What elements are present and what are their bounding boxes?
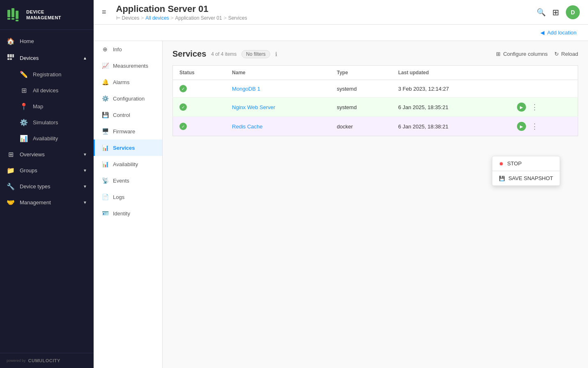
device-nav-info[interactable]: ⊕ Info [94, 41, 162, 57]
overviews-icon: ⊞ [7, 151, 15, 158]
device-nav-availability[interactable]: 📊 Availability [94, 156, 162, 172]
sidebar-item-label: Device types [20, 183, 50, 190]
status-indicator: ✓ [179, 103, 187, 111]
svg-rect-3 [11, 18, 14, 20]
col-actions [510, 66, 578, 80]
sidebar-item-label: Groups [20, 167, 37, 174]
more-options-button-redis[interactable]: ⋮ [529, 122, 540, 131]
map-icon: 📍 [20, 103, 28, 110]
sidebar-item-overviews[interactable]: ⊞ Overviews ▼ [0, 146, 94, 162]
play-button-redis[interactable]: ▶ [517, 122, 526, 131]
sidebar-item-devices[interactable]: Devices ▲ [0, 49, 94, 66]
device-nav-identity[interactable]: 🪪 Identity [94, 205, 162, 222]
services-count: 4 of 4 items [211, 51, 237, 57]
service-link-redis[interactable]: Redis Cache [232, 123, 262, 130]
services-icon: 📊 [101, 144, 109, 151]
device-nav-label: Events [113, 178, 129, 184]
logo-text: DEVICEMANAGEMENT [26, 9, 61, 21]
sidebar-item-registration[interactable]: ✏️ Registration [0, 66, 94, 82]
device-nav-control[interactable]: 💾 Control [94, 107, 162, 123]
table-row: ✓ Redis Cache docker 6 Jan 2025, 18:38:2… [173, 117, 578, 136]
registration-icon: ✏️ [20, 71, 28, 78]
svg-rect-2 [11, 8, 14, 17]
configure-columns-label: Configure columns [503, 51, 547, 57]
firmware-icon: 🖥️ [101, 128, 109, 135]
sidebar-item-all-devices[interactable]: ⊞ All devices [0, 82, 94, 98]
chevron-down-icon: ▼ [83, 168, 87, 173]
apps-grid-icon[interactable]: ⊞ [552, 7, 559, 17]
reload-button[interactable]: ↻ Reload [554, 51, 578, 57]
services-table: Status Name Type Last updated ✓ MongoDB … [172, 65, 578, 136]
sidebar-item-groups[interactable]: 📁 Groups ▼ [0, 162, 94, 178]
type-cell: systemd [330, 98, 391, 117]
row-actions: ▶ ⋮ [517, 103, 571, 112]
sidebar-item-home[interactable]: 🏠 Home [0, 33, 94, 49]
add-location-label: Add location [547, 30, 577, 36]
device-nav-label: Services [113, 145, 135, 151]
name-cell: Nginx Web Server [225, 98, 330, 117]
no-filters-badge[interactable]: No filters [241, 50, 270, 58]
header-actions: 🔍 ⊞ D [537, 5, 580, 19]
reload-label: Reload [561, 51, 578, 57]
service-link-mongodb[interactable]: MongoDB 1 [232, 86, 260, 92]
svg-rect-1 [7, 18, 10, 20]
menu-icon[interactable]: ≡ [102, 8, 106, 16]
status-indicator: ✓ [179, 85, 187, 92]
sidebar-item-management[interactable]: 🤝 Management ▼ [0, 194, 94, 210]
device-nav-measurements[interactable]: 📈 Measurements [94, 57, 162, 74]
svg-rect-9 [7, 58, 9, 60]
device-nav-configuration[interactable]: ⚙️ Configuration [94, 90, 162, 107]
sidebar-item-label: Management [20, 199, 51, 206]
svg-rect-0 [7, 10, 10, 17]
device-nav-label: Firmware [113, 128, 135, 135]
svg-rect-10 [10, 58, 12, 60]
device-nav-events[interactable]: 📡 Events [94, 172, 162, 189]
sidebar-item-label: Registration [33, 71, 61, 78]
sidebar-item-label: Simulators [33, 119, 58, 126]
type-cell: systemd [330, 80, 391, 98]
device-nav-logs[interactable]: 📄 Logs [94, 189, 162, 205]
devices-icon [7, 53, 15, 62]
sidebar-item-label: All devices [33, 87, 58, 94]
play-button-nginx[interactable]: ▶ [517, 103, 526, 112]
logo-icon [6, 7, 22, 23]
services-header: Services 4 of 4 items No filters ℹ ⊞ Con… [172, 49, 578, 59]
device-nav-label: Logs [113, 194, 124, 200]
location-pin-icon: ◀ [540, 30, 544, 36]
device-nav-firmware[interactable]: 🖥️ Firmware [94, 123, 162, 139]
svg-rect-8 [12, 54, 14, 57]
device-nav-label: Alarms [113, 79, 129, 85]
logs-icon: 📄 [101, 194, 109, 200]
groups-icon: 📁 [7, 167, 15, 174]
last-updated-cell: 3 Feb 2023, 12:14:27 [392, 80, 510, 98]
service-link-nginx[interactable]: Nginx Web Server [232, 104, 275, 110]
svg-rect-4 [16, 11, 18, 19]
sidebar-item-label: Availability [33, 135, 58, 142]
device-nav-alarms[interactable]: 🔔 Alarms [94, 74, 162, 90]
sidebar-item-map[interactable]: 📍 Map [0, 98, 94, 114]
device-types-icon: 🔧 [7, 183, 15, 190]
user-avatar[interactable]: D [566, 5, 580, 19]
actions-cell: ▶ ⋮ [510, 98, 578, 117]
add-location-button[interactable]: ◀ Add location [537, 28, 580, 37]
sidebar-item-simulators[interactable]: ⚙️ Simulators [0, 114, 94, 130]
col-name: Name [225, 66, 330, 80]
more-options-button-nginx[interactable]: ⋮ [529, 103, 540, 112]
configure-columns-button[interactable]: ⊞ Configure columns [496, 51, 547, 57]
save-snapshot-menu-item[interactable]: 💾 SAVE SNAPSHOT [492, 171, 560, 185]
sidebar-item-device-types[interactable]: 🔧 Device types ▼ [0, 178, 94, 194]
availability-nav-icon: 📊 [101, 161, 109, 167]
device-nav-label: Availability [113, 161, 138, 167]
device-nav-services[interactable]: 📊 Services [94, 139, 162, 156]
sidebar-item-availability[interactable]: 📊 Availability [0, 130, 94, 146]
services-title: Services [172, 49, 206, 59]
stop-menu-item[interactable]: ⏺ STOP [492, 156, 560, 171]
search-icon[interactable]: 🔍 [537, 8, 546, 17]
control-icon: 💾 [101, 112, 109, 118]
breadcrumb-devices: Devices [122, 15, 140, 21]
breadcrumb-all-devices[interactable]: All devices [145, 15, 169, 21]
home-icon: 🏠 [7, 37, 15, 45]
chevron-up-icon: ▲ [83, 56, 87, 60]
info-icon: ⊕ [101, 46, 109, 53]
breadcrumb-app-server: Application Server 01 [175, 15, 222, 21]
